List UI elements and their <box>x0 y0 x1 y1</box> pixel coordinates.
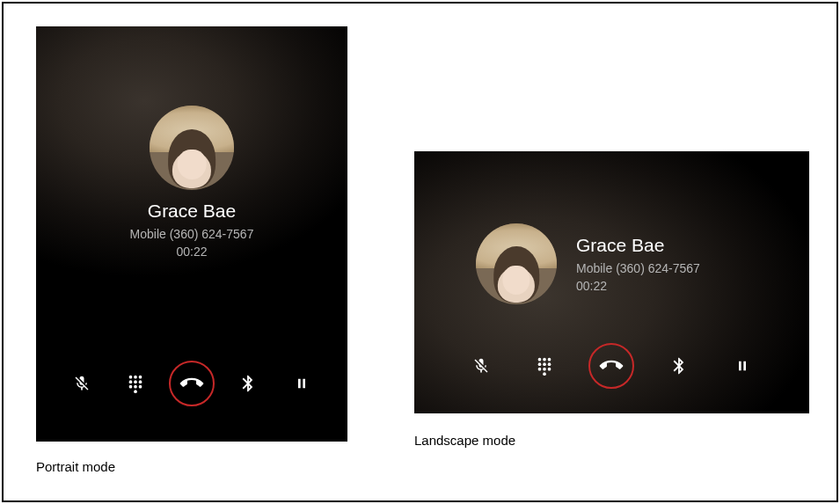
portrait-caption: Portrait mode <box>36 459 115 474</box>
svg-point-13 <box>538 362 542 366</box>
end-call-icon <box>176 368 208 400</box>
contact-avatar <box>476 223 557 304</box>
pause-button[interactable] <box>282 364 321 403</box>
contact-name: Grace Bae <box>36 201 347 222</box>
svg-point-7 <box>134 385 137 389</box>
pause-button[interactable] <box>723 347 762 385</box>
bluetooth-icon <box>238 374 258 393</box>
svg-point-18 <box>548 368 551 371</box>
landscape-call-screen: Grace Bae Mobile (360) 624-7567 00:22 <box>414 151 809 413</box>
svg-point-9 <box>134 390 137 393</box>
svg-point-2 <box>138 376 142 379</box>
svg-point-6 <box>128 385 132 389</box>
avatar-image <box>476 223 557 304</box>
avatar-image <box>150 106 234 190</box>
call-button-row <box>36 361 347 406</box>
svg-point-3 <box>128 380 132 383</box>
end-call-button[interactable] <box>169 361 215 406</box>
pause-icon <box>735 358 749 374</box>
svg-point-8 <box>138 385 142 389</box>
mute-button[interactable] <box>62 364 101 403</box>
call-button-row <box>414 343 809 389</box>
end-call-icon <box>595 350 628 383</box>
contact-avatar <box>150 106 234 190</box>
svg-point-16 <box>538 368 542 371</box>
bluetooth-button[interactable] <box>229 364 267 403</box>
portrait-call-screen: Grace Bae Mobile (360) 624-7567 00:22 <box>36 26 347 442</box>
contact-phone-line: Mobile (360) 624-7567 <box>36 227 347 241</box>
pause-icon <box>295 376 309 391</box>
svg-point-4 <box>134 380 137 383</box>
svg-point-17 <box>543 368 546 371</box>
call-info: Grace Bae Mobile (360) 624-7567 00:22 <box>576 235 700 293</box>
dialpad-icon <box>535 356 554 376</box>
call-duration: 00:22 <box>576 279 700 293</box>
mute-button[interactable] <box>462 347 500 385</box>
end-call-button[interactable] <box>588 343 634 389</box>
svg-point-19 <box>543 372 546 376</box>
dialpad-icon <box>126 374 145 393</box>
dialpad-button[interactable] <box>525 347 564 385</box>
svg-point-10 <box>538 358 542 362</box>
svg-point-5 <box>138 380 142 383</box>
dialpad-button[interactable] <box>116 364 155 403</box>
svg-point-15 <box>548 362 551 366</box>
svg-point-12 <box>548 358 551 362</box>
contact-phone-line: Mobile (360) 624-7567 <box>576 261 700 275</box>
bluetooth-button[interactable] <box>660 347 698 385</box>
call-info-row: Grace Bae Mobile (360) 624-7567 00:22 <box>476 223 700 304</box>
call-info: Grace Bae Mobile (360) 624-7567 00:22 <box>36 201 347 259</box>
landscape-caption: Landscape mode <box>414 433 515 448</box>
document-frame: Grace Bae Mobile (360) 624-7567 00:22 <box>2 2 838 502</box>
bluetooth-icon <box>669 356 689 376</box>
mute-mic-icon <box>472 357 490 375</box>
svg-point-14 <box>543 362 546 366</box>
svg-point-0 <box>128 376 132 379</box>
svg-point-11 <box>543 358 546 362</box>
call-duration: 00:22 <box>36 245 347 259</box>
svg-point-1 <box>134 376 137 379</box>
mute-mic-icon <box>73 375 91 392</box>
contact-name: Grace Bae <box>576 235 700 256</box>
